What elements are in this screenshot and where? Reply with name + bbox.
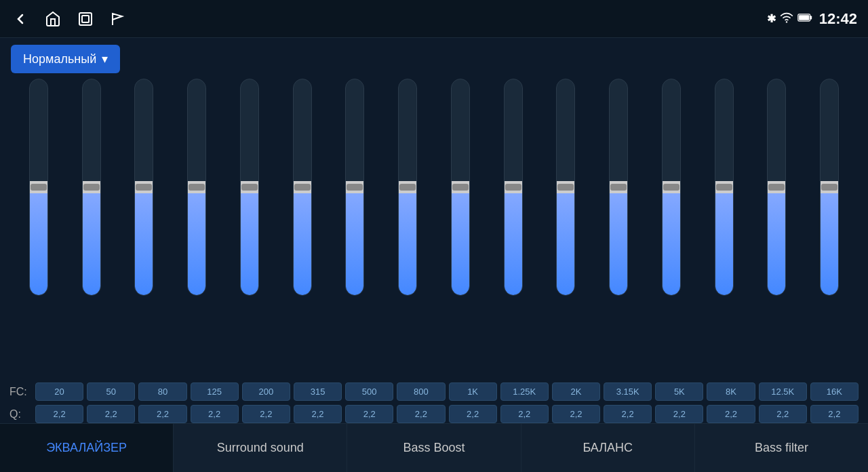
slider-track-10[interactable]	[556, 79, 575, 296]
fc-label: FC:	[9, 386, 30, 398]
slider-track-8[interactable]	[451, 79, 470, 296]
bottom-tabs: ЭКВАЛАЙЗЕРSurround soundBass BoostБАЛАНС…	[0, 423, 868, 472]
slider-track-6[interactable]	[345, 79, 364, 296]
slider-handle-1[interactable]	[82, 181, 101, 193]
slider-band-0	[14, 79, 64, 378]
q-value-0[interactable]: 2,2	[35, 405, 83, 423]
slider-track-3[interactable]	[187, 79, 206, 296]
slider-handle-11[interactable]	[609, 181, 628, 193]
preset-button[interactable]: Нормальный ▾	[11, 45, 120, 73]
q-value-6[interactable]: 2,2	[345, 405, 393, 423]
slider-band-13	[699, 79, 749, 378]
slider-track-4[interactable]	[240, 79, 259, 296]
tab-bass-filter[interactable]: Bass filter	[695, 424, 868, 472]
q-value-10[interactable]: 2,2	[552, 405, 600, 423]
fc-value-2[interactable]: 80	[138, 382, 186, 401]
fc-value-12[interactable]: 5K	[655, 382, 703, 401]
sliders-row	[7, 79, 861, 378]
slider-handle-12[interactable]	[662, 181, 681, 193]
svg-rect-0	[79, 13, 92, 25]
q-value-3[interactable]: 2,2	[191, 405, 239, 423]
slider-handle-0[interactable]	[29, 181, 48, 193]
tab-bass-boost[interactable]: Bass Boost	[347, 424, 521, 472]
status-bar: ✱ 12:42	[0, 0, 868, 38]
fc-value-8[interactable]: 1K	[449, 382, 497, 401]
q-value-15[interactable]: 2,2	[810, 405, 859, 423]
fc-value-4[interactable]: 200	[242, 382, 290, 401]
slider-handle-3[interactable]	[187, 181, 206, 193]
tab-surround[interactable]: Surround sound	[174, 424, 347, 472]
slider-track-0[interactable]	[29, 79, 48, 296]
slider-track-9[interactable]	[504, 79, 523, 296]
slider-track-11[interactable]	[609, 79, 628, 296]
q-value-8[interactable]: 2,2	[449, 405, 497, 423]
q-value-5[interactable]: 2,2	[294, 405, 342, 423]
q-value-11[interactable]: 2,2	[604, 405, 652, 423]
q-value-1[interactable]: 2,2	[87, 405, 135, 423]
fc-value-7[interactable]: 800	[397, 382, 445, 401]
eq-container: FC: 2050801252003155008001K1.25K2K3.15K5…	[0, 79, 868, 423]
svg-rect-1	[82, 16, 89, 22]
back-button[interactable]	[11, 9, 30, 28]
fc-value-13[interactable]: 8K	[707, 382, 755, 401]
slider-track-12[interactable]	[662, 79, 681, 296]
q-values: 2,22,22,22,22,22,22,22,22,22,22,22,22,22…	[35, 405, 859, 423]
slider-track-1[interactable]	[82, 79, 101, 296]
slider-handle-9[interactable]	[504, 181, 523, 193]
q-value-12[interactable]: 2,2	[655, 405, 703, 423]
q-value-14[interactable]: 2,2	[759, 405, 807, 423]
square-button[interactable]	[76, 9, 95, 28]
slider-band-7	[382, 79, 433, 378]
slider-handle-6[interactable]	[345, 181, 364, 193]
slider-handle-2[interactable]	[134, 181, 153, 193]
q-value-13[interactable]: 2,2	[707, 405, 755, 423]
home-button[interactable]	[43, 9, 62, 28]
slider-band-10	[541, 79, 591, 378]
fc-value-10[interactable]: 2K	[552, 382, 600, 401]
fc-value-0[interactable]: 20	[35, 382, 83, 401]
tab-balance[interactable]: БАЛАНС	[521, 424, 695, 472]
slider-track-2[interactable]	[134, 79, 153, 296]
slider-handle-7[interactable]	[398, 181, 417, 193]
slider-band-5	[277, 79, 328, 378]
wifi-icon	[780, 12, 793, 26]
fc-value-14[interactable]: 12.5K	[759, 382, 807, 401]
q-value-7[interactable]: 2,2	[397, 405, 445, 423]
slider-handle-13[interactable]	[715, 181, 734, 193]
slider-band-8	[435, 79, 486, 378]
main-content: Нормальный ▾ FC: 2050801252003155008001K…	[0, 38, 868, 423]
q-value-2[interactable]: 2,2	[138, 405, 186, 423]
slider-band-3	[172, 79, 222, 378]
tab-eq[interactable]: ЭКВАЛАЙЗЕР	[0, 424, 174, 472]
flag-button[interactable]	[108, 9, 127, 28]
fc-value-15[interactable]: 16K	[810, 382, 859, 401]
q-label: Q:	[9, 408, 30, 420]
slider-handle-5[interactable]	[293, 181, 312, 193]
fc-value-11[interactable]: 3.15K	[604, 382, 652, 401]
bluetooth-icon: ✱	[767, 12, 776, 25]
slider-track-13[interactable]	[715, 79, 734, 296]
slider-handle-4[interactable]	[240, 181, 259, 193]
q-value-4[interactable]: 2,2	[242, 405, 290, 423]
slider-handle-10[interactable]	[556, 181, 575, 193]
fc-value-9[interactable]: 1.25K	[500, 382, 549, 401]
preset-arrow: ▾	[102, 52, 108, 66]
slider-track-14[interactable]	[767, 79, 786, 296]
slider-handle-15[interactable]	[820, 181, 839, 193]
slider-handle-8[interactable]	[451, 181, 470, 193]
slider-track-5[interactable]	[293, 79, 312, 296]
slider-handle-14[interactable]	[767, 181, 786, 193]
fc-value-3[interactable]: 125	[191, 382, 239, 401]
clock: 12:42	[819, 10, 857, 28]
status-right: ✱ 12:42	[767, 10, 857, 28]
fc-value-5[interactable]: 315	[294, 382, 342, 401]
q-value-9[interactable]: 2,2	[500, 405, 549, 423]
slider-band-12	[646, 79, 696, 378]
fc-value-1[interactable]: 50	[87, 382, 135, 401]
fc-value-6[interactable]: 500	[345, 382, 393, 401]
slider-band-14	[752, 79, 802, 378]
slider-track-15[interactable]	[820, 79, 839, 296]
slider-track-7[interactable]	[398, 79, 417, 296]
status-icons: ✱	[767, 12, 812, 26]
slider-band-4	[224, 79, 275, 378]
